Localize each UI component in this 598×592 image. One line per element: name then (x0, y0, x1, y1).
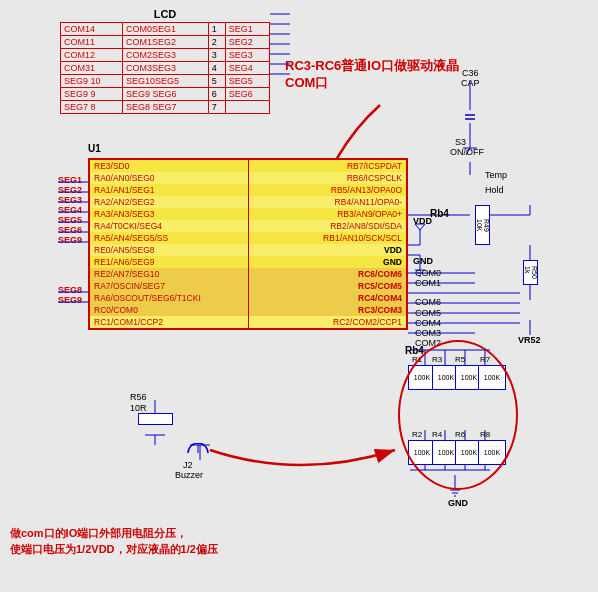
c36-label: C36 (462, 68, 479, 78)
com1-label: COM1 (415, 278, 441, 288)
rb4-label-1: Rb4 (430, 208, 449, 219)
schematic-canvas: LCD COM14 COM0SEG1 1 SEG1 COM11 COM1SEG2… (0, 0, 598, 592)
r56-val: 10R (130, 403, 147, 413)
r50-resistor: R501k (523, 260, 538, 285)
vr52-label: VR52 (518, 335, 541, 345)
gnd-label-ic: GND (413, 256, 433, 266)
com0-label: COM0 (415, 268, 441, 278)
r56-label: R56 (130, 392, 147, 402)
table-row: RE3/SD0 RB7/ICSPDAT (90, 160, 406, 172)
seg-label-3: SEG3 (58, 195, 82, 205)
table-row: RA4/T0CKI/SEG4 RB2/AN8/SDI/SDA (90, 220, 406, 232)
table-row: RE1/AN6/SEG9 GND (90, 256, 406, 268)
table-row: SEG9 9 SEG9 SEG6 6 SEG6 (61, 88, 270, 101)
lcd-component: LCD COM14 COM0SEG1 1 SEG1 COM11 COM1SEG2… (60, 8, 270, 114)
seg-label-1: SEG1 (58, 175, 82, 185)
seg-label-4: SEG4 (58, 205, 82, 215)
table-row: RA1/AN1/SEG1 RB5/AN13/OPA0O (90, 184, 406, 196)
com5-label: COM5 (415, 308, 441, 318)
seg-label-2: SEG2 (58, 185, 82, 195)
r56-resistor (138, 413, 173, 425)
buzzer-label: Buzzer (175, 470, 203, 480)
cap-label: CAP (461, 78, 480, 88)
lcd-title: LCD (60, 8, 270, 20)
annotation-com-resistor: 做com口的IO端口外部用电阻分压，使端口电压为1/2VDD，对应液晶的1/2偏… (10, 526, 218, 557)
lcd-table: COM14 COM0SEG1 1 SEG1 COM11 COM1SEG2 2 S… (60, 22, 270, 114)
table-row: RE0/AN5/SEG8 VDD (90, 244, 406, 256)
table-row: RA3/AN3/SEG3 RB3/AN9/OPA0+ (90, 208, 406, 220)
table-row: RE2/AN7/SEG10 RC6/COM6 (90, 268, 406, 280)
com4-label: COM4 (415, 318, 441, 328)
table-row: RA2/AN2/SEG2 RB4/AN11/OPA0- (90, 196, 406, 208)
table-row: COM12 COM2SEG3 3 SEG3 (61, 49, 270, 62)
seg-label-5: SEG5 (58, 215, 82, 225)
table-row: RC0/COM0 RC3/COM3 (90, 304, 406, 316)
r49-resistor: R4910K (475, 205, 490, 245)
s3-label: S3 (455, 137, 466, 147)
onoff-label: ON/OFF (450, 147, 484, 157)
com3-label: COM3 (415, 328, 441, 338)
table-row: SEG7 8 SEG8 SEG7 7 (61, 101, 270, 114)
table-row: RA7/OSCIN/SEG7 RC5/COM5 (90, 280, 406, 292)
table-row: COM14 COM0SEG1 1 SEG1 (61, 23, 270, 36)
ic-label-u1: U1 (88, 143, 101, 154)
seg-label-8: SEG8 (58, 285, 82, 295)
table-row: SEG9 10 SEG10SEG5 5 SEG5 (61, 75, 270, 88)
seg-label-6: SEG6 (58, 225, 82, 235)
table-row: RA6/OSCOUT/SEG6/T1CKI RC4/COM4 (90, 292, 406, 304)
ic-pin-table: RE3/SD0 RB7/ICSPDAT RA0/AN0/SEG0 RB6/ICS… (90, 160, 406, 328)
table-row: COM11 COM1SEG2 2 SEG2 (61, 36, 270, 49)
com6-label: COM6 (415, 297, 441, 307)
hold-label: Hold (485, 185, 504, 195)
table-row: RC1/COM1/CCP2 RC2/COM2/CCP1 (90, 316, 406, 328)
table-row: RA5/AN4/SEG5/SS RB1/AN10/SCK/SCL (90, 232, 406, 244)
ic-u1: RE3/SD0 RB7/ICSPDAT RA0/AN0/SEG0 RB6/ICS… (88, 158, 408, 330)
table-row: COM31 COM3SEG3 4 SEG4 (61, 62, 270, 75)
gnd-label-bottom: GND (448, 498, 468, 508)
table-row: RA0/AN0/SEG0 RB6/ICSPCLK (90, 172, 406, 184)
arrow-resistor (200, 390, 430, 510)
seg-label-9: SEG9 (58, 235, 82, 245)
temp-label: Temp (485, 170, 507, 180)
seg-label-9b: SEG9 (58, 295, 82, 305)
